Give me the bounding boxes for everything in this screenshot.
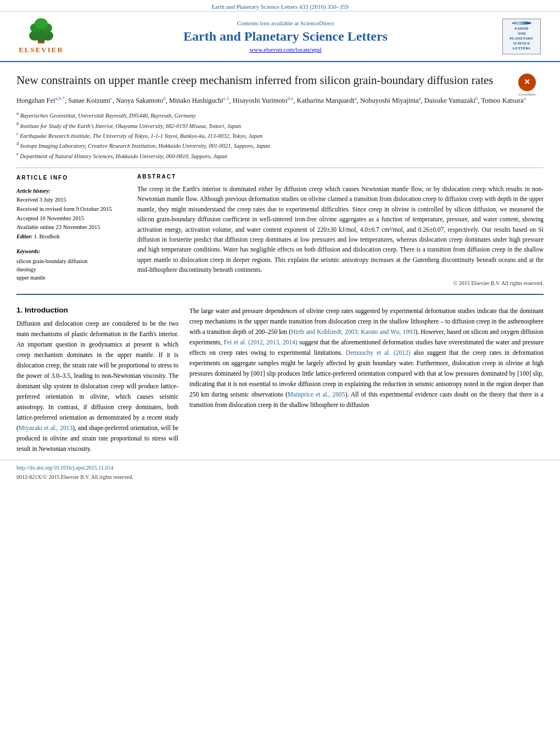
citation-fei: Fei et al. (2012, 2013, 2014) xyxy=(224,339,298,345)
keyword-3: upper mantle xyxy=(16,274,126,282)
crossmark-badge: ✕ CrossMark xyxy=(511,73,544,98)
divider-1 xyxy=(16,168,544,168)
history-label: Article history: xyxy=(16,187,126,196)
keywords-section: Keywords: silicon grain-boundary diffusi… xyxy=(16,247,126,282)
article-abstract-block: ARTICLE INFO Article history: Received 3… xyxy=(16,174,544,287)
footer-doi: http://dx.doi.org/10.1016/j.epsl.2015.11… xyxy=(0,460,560,473)
abstract-panel: ABSTRACT The creep in the Earth's interi… xyxy=(137,174,544,287)
intro-right-text: The large water and pressure dependences… xyxy=(189,306,544,410)
earth-logo-box: EARTHANDPLANETARYSCIENCELETTERS xyxy=(502,19,541,54)
journal-bar: Earth and Planetary Science Letters 433 … xyxy=(0,0,560,12)
elsevier-logo: ELSEVIER xyxy=(11,17,71,55)
citation-hirth: Hirth and Kohlstedt, 2003; Karato and Wu… xyxy=(291,328,415,335)
copyright-notice: © 2015 Elsevier B.V. All rights reserved… xyxy=(137,280,544,286)
intro-left: 1. Introduction Diffusion and dislocatio… xyxy=(16,306,178,454)
paper-body: New constraints on upper mantle creep me… xyxy=(0,62,560,306)
paper-title: New constraints on upper mantle creep me… xyxy=(16,73,544,88)
affiliation-a: a Bayerisches Geoinstitut, Universität B… xyxy=(16,110,544,120)
abstract-text: The creep in the Earth's interior is dom… xyxy=(137,184,544,275)
journal-citation: Earth and Planetary Science Letters 433 … xyxy=(211,3,349,10)
article-history: Article history: Received 3 July 2015 Re… xyxy=(16,187,126,242)
journal-name: Earth and Planetary Science Letters xyxy=(82,29,489,44)
abstract-title: ABSTRACT xyxy=(137,174,544,180)
authors-line: Hongzhan Feia,b,*, Sanae Koizumic, Naoya… xyxy=(16,94,544,106)
crossmark-label: CrossMark xyxy=(518,92,535,97)
received-revised-date: Received in revised form 9 October 2015 xyxy=(16,205,126,214)
editor-line: Editor: J. Brodholt xyxy=(16,232,126,242)
keyword-2: rheology xyxy=(16,265,126,274)
journal-url[interactable]: www.elsevier.com/locate/epsl xyxy=(82,46,489,53)
sciencedirect-text: Contents lists available at ScienceDirec… xyxy=(82,20,489,26)
doi-link[interactable]: http://dx.doi.org/10.1016/j.epsl.2015.11… xyxy=(16,465,113,471)
affiliation-b: b Institute for Study of the Earth's Int… xyxy=(16,121,544,131)
svg-point-6 xyxy=(35,18,48,29)
received-date: Received 3 July 2015 xyxy=(16,196,126,205)
journal-title-block: Contents lists available at ScienceDirec… xyxy=(71,20,500,53)
earth-globe-icon xyxy=(512,21,531,25)
elsevier-brand-label: ELSEVIER xyxy=(19,46,64,54)
journal-url-link[interactable]: www.elsevier.com/locate/epsl xyxy=(249,46,321,53)
intro-right: The large water and pressure dependences… xyxy=(189,306,544,454)
intro-left-text: Diffusion and dislocation creep are cons… xyxy=(16,319,178,454)
intro-section-title: 1. Introduction xyxy=(16,306,178,314)
affiliation-e: e Department of Natural History Sciences… xyxy=(16,151,544,161)
citation-demouchy: Demouchy et al. (2012) xyxy=(346,349,411,356)
article-info-panel: ARTICLE INFO Article history: Received 3… xyxy=(16,174,126,287)
keywords-list: silicon grain-boundary diffusion rheolog… xyxy=(16,257,126,282)
journal-header: ELSEVIER Contents lists available at Sci… xyxy=(0,12,560,62)
earth-logo: EARTHANDPLANETARYSCIENCELETTERS xyxy=(500,17,544,55)
elsevier-tree-icon xyxy=(19,18,63,44)
bottom-divider xyxy=(16,294,544,295)
affiliations: a Bayerisches Geoinstitut, Universität B… xyxy=(16,110,544,160)
citation-miyazaki: Miyazaki et al., 2013 xyxy=(19,425,72,431)
article-info-title: ARTICLE INFO xyxy=(16,174,126,182)
accepted-date: Accepted 10 November 2015 xyxy=(16,214,126,224)
affiliation-d: d Isotope Imaging Laboratory, Creative R… xyxy=(16,141,544,150)
intro-section: 1. Introduction Diffusion and dislocatio… xyxy=(0,306,560,460)
keyword-1: silicon grain-boundary diffusion xyxy=(16,257,126,265)
available-date: Available online 23 November 2015 xyxy=(16,223,126,232)
keywords-label: Keywords: xyxy=(16,247,126,256)
footer-copyright: 0012-821X/© 2015 Elsevier B.V. All right… xyxy=(0,473,560,486)
affiliation-c: c Earthquake Research Institute, The Uni… xyxy=(16,131,544,141)
crossmark-icon: ✕ xyxy=(518,74,536,91)
citation-mainprice: Mainprice et al., 2005 xyxy=(288,391,345,398)
